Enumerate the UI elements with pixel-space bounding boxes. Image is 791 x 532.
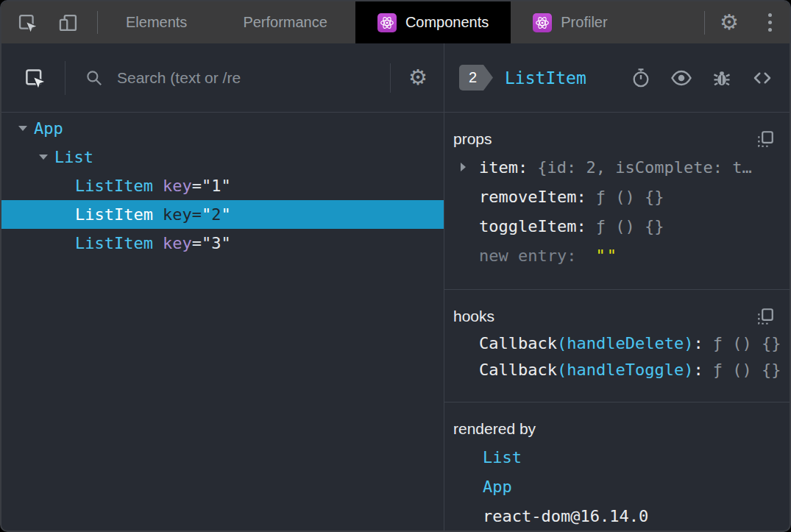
prop-name: removeItem: xyxy=(479,188,586,206)
component-tree: App List ListItem key="1" ListItem xyxy=(1,113,444,531)
react-devtools-window: Elements Performance Components xyxy=(0,0,791,532)
section-title: rendered by xyxy=(453,420,536,438)
tree-row-list[interactable]: List xyxy=(1,143,444,171)
view-source-code-icon[interactable] xyxy=(751,67,773,89)
tree-row-app[interactable]: App xyxy=(1,114,444,143)
hook-name: (handleDelete) xyxy=(557,334,693,352)
kebab-menu-icon[interactable] xyxy=(762,10,778,35)
tree-row-listitem-3[interactable]: ListItem key="3" xyxy=(1,229,444,258)
prop-value: ƒ () {} xyxy=(596,217,664,235)
key-attribute-name: key xyxy=(163,234,192,252)
hook-value: ƒ () {} xyxy=(713,361,781,379)
tabbar-separator xyxy=(704,11,705,35)
hook-type: Callback xyxy=(479,334,557,352)
key-attribute-value: 3 xyxy=(211,234,221,252)
hook-name: (handleToggle) xyxy=(557,361,693,379)
collapse-icon[interactable] xyxy=(39,155,48,160)
search-input[interactable] xyxy=(117,69,383,87)
tab-components[interactable]: Components xyxy=(355,1,511,43)
owner-link[interactable]: List xyxy=(483,448,522,467)
tab-profiler[interactable]: Profiler xyxy=(511,1,629,43)
hook-row-handledelete[interactable]: Callback(handleDelete): ƒ () {} xyxy=(444,330,790,356)
hooks-section: hooks Callback(handleDelete): ƒ () {} Ca… xyxy=(444,290,790,402)
rendered-by-item-list[interactable]: List xyxy=(444,442,790,472)
expand-icon[interactable] xyxy=(461,163,466,171)
settings-gear-icon[interactable]: ⚙ xyxy=(720,12,739,33)
copy-props-icon[interactable] xyxy=(756,130,775,149)
prop-name: item: xyxy=(479,158,528,177)
prop-row-item[interactable]: item: {id: 2, isComplete: t… xyxy=(444,152,790,182)
collapse-icon[interactable] xyxy=(18,126,27,131)
rendered-by-header: rendered by xyxy=(444,416,790,442)
prop-value: ƒ () {} xyxy=(596,188,664,206)
react-logo-icon xyxy=(377,13,397,32)
key-attribute-name: key xyxy=(163,177,192,195)
rendered-by-item-app[interactable]: App xyxy=(444,472,790,501)
tab-label: Performance xyxy=(243,14,327,31)
inspected-element-header: 2 ListItem xyxy=(444,43,790,113)
rendered-by-item-reactdom: react-dom@16.14.0 xyxy=(444,501,790,531)
hook-type: Callback xyxy=(479,361,557,379)
prop-name: toggleItem: xyxy=(479,217,586,235)
prop-value: {id: 2, isComplete: t… xyxy=(537,158,751,177)
prop-row-removeitem[interactable]: removeItem: ƒ () {} xyxy=(444,182,790,211)
inspect-dom-eye-icon[interactable] xyxy=(670,67,692,89)
tree-row-listitem-2-selected[interactable]: ListItem key="2" xyxy=(1,200,444,229)
toolbar-separator xyxy=(390,63,391,93)
component-name: App xyxy=(34,119,63,138)
pick-component-icon[interactable] xyxy=(24,67,46,89)
log-to-console-bug-icon[interactable] xyxy=(711,67,733,89)
renderer-version-label: react-dom@16.14.0 xyxy=(483,507,648,525)
components-tree-panel: ⚙ App List ListItem key="1" xyxy=(1,43,444,531)
copy-hooks-icon[interactable] xyxy=(756,307,775,326)
devtools-tabbar: Elements Performance Components xyxy=(1,1,790,43)
tree-toolbar: ⚙ xyxy=(1,43,444,113)
tab-performance[interactable]: Performance xyxy=(215,1,355,43)
props-section-header: props xyxy=(444,126,790,152)
react-logo-icon xyxy=(533,13,552,32)
tab-label: Elements xyxy=(126,14,187,31)
inspect-element-icon[interactable] xyxy=(16,12,38,34)
prop-row-new-entry[interactable]: new entry: "" xyxy=(444,241,790,270)
suspense-stopwatch-icon[interactable] xyxy=(630,67,652,89)
inspected-element-panel: 2 ListItem xyxy=(444,43,790,531)
component-name: ListItem xyxy=(75,234,153,252)
new-entry-label: new entry: xyxy=(479,247,576,265)
view-settings-gear-icon[interactable]: ⚙ xyxy=(408,67,428,88)
section-title: props xyxy=(453,130,492,148)
tab-elements[interactable]: Elements xyxy=(98,1,215,43)
inspected-element-actions xyxy=(630,67,773,89)
section-title: hooks xyxy=(453,308,494,325)
element-index-badge: 2 xyxy=(459,65,493,91)
rendered-by-section: rendered by List App react-dom@16.14.0 xyxy=(444,402,790,532)
device-toolbar-icon[interactable] xyxy=(57,12,79,34)
tabbar-left-icons xyxy=(1,1,79,43)
devtools-content: ⚙ App List ListItem key="1" xyxy=(1,43,790,531)
toolbar-separator xyxy=(65,61,65,95)
hooks-section-header: hooks xyxy=(444,303,790,330)
tree-row-listitem-1[interactable]: ListItem key="1" xyxy=(1,171,444,200)
search-icon xyxy=(85,68,104,88)
props-section: props item: {id: 2, isComplete: t… remov… xyxy=(444,113,790,290)
key-attribute-value: 1 xyxy=(211,177,221,195)
key-attribute-name: key xyxy=(163,205,192,224)
component-name: ListItem xyxy=(75,177,153,195)
prop-row-toggleitem[interactable]: toggleItem: ƒ () {} xyxy=(444,211,790,241)
hook-row-handletoggle[interactable]: Callback(handleToggle): ƒ () {} xyxy=(444,356,790,383)
new-entry-value-input[interactable]: "" xyxy=(595,247,618,265)
component-name: ListItem xyxy=(75,205,153,224)
tabbar-right-controls: ⚙ xyxy=(704,1,790,43)
component-name: List xyxy=(54,148,93,166)
tab-label: Components xyxy=(405,14,489,31)
inspected-component-title: ListItem xyxy=(505,68,586,88)
key-attribute-value: 2 xyxy=(211,205,221,224)
tab-label: Profiler xyxy=(561,14,607,31)
hook-value: ƒ () {} xyxy=(713,334,781,352)
owner-link[interactable]: App xyxy=(483,478,512,496)
